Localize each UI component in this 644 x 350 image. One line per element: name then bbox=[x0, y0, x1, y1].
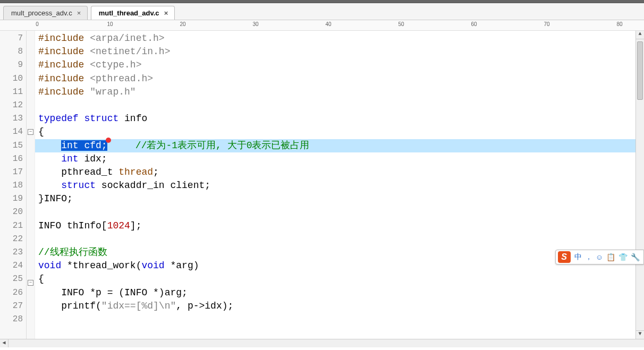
ime-toolbar[interactable]: S 中 ， ☺ 📋 👕 🔧 bbox=[555, 250, 644, 264]
code-line[interactable]: #include <pthread.h> bbox=[35, 72, 635, 86]
tab-mult-process[interactable]: mult_process_adv.c × bbox=[3, 6, 88, 20]
code-line[interactable]: pthread_t thread; bbox=[35, 166, 635, 179]
line-number: 25 bbox=[0, 272, 26, 286]
code-line[interactable]: #include <netinet/in.h> bbox=[35, 45, 635, 58]
scroll-track[interactable] bbox=[636, 39, 644, 330]
ruler-mark: 80 bbox=[616, 21, 622, 27]
code-line[interactable]: int idx; bbox=[35, 152, 635, 166]
scroll-down-icon[interactable]: ▼ bbox=[636, 330, 644, 339]
ruler: 01020304050607080 bbox=[0, 20, 644, 31]
horizontal-scrollbar[interactable]: ◀ bbox=[0, 339, 644, 347]
line-number: 8 bbox=[0, 45, 26, 58]
code-line[interactable]: { bbox=[35, 272, 635, 286]
line-number-gutter: 7891011121314151617181920212223242526272… bbox=[0, 31, 27, 339]
ruler-mark: 70 bbox=[544, 21, 549, 27]
ime-logo-icon[interactable]: S bbox=[558, 251, 571, 263]
line-number: 10 bbox=[0, 72, 26, 86]
line-number: 19 bbox=[0, 192, 26, 206]
code-line[interactable] bbox=[35, 206, 635, 219]
ime-settings-button[interactable]: 🔧 bbox=[629, 251, 641, 263]
code-line[interactable] bbox=[35, 99, 635, 112]
fold-toggle-icon[interactable]: − bbox=[28, 280, 33, 286]
code-line[interactable]: #include <arpa/inet.h> bbox=[35, 32, 635, 45]
tab-label: mutl_thread_adv.c bbox=[99, 9, 159, 17]
code-line[interactable]: printf("idx==[%d]\n", p->idx); bbox=[35, 300, 635, 313]
ruler-mark: 20 bbox=[180, 21, 185, 27]
scroll-left-icon[interactable]: ◀ bbox=[0, 339, 9, 347]
code-line[interactable]: //线程执行函数 bbox=[35, 246, 635, 259]
code-line[interactable] bbox=[35, 313, 635, 326]
code-line[interactable] bbox=[35, 233, 635, 246]
line-number: 11 bbox=[0, 86, 26, 99]
tab-label: mult_process_adv.c bbox=[11, 9, 72, 17]
close-icon[interactable]: × bbox=[163, 10, 170, 17]
ruler-mark: 40 bbox=[325, 21, 331, 27]
code-line[interactable]: typedef struct info bbox=[35, 112, 635, 125]
tab-bar: mult_process_adv.c × mutl_thread_adv.c × bbox=[0, 3, 644, 20]
line-number: 13 bbox=[0, 112, 26, 125]
line-number: 17 bbox=[0, 166, 26, 179]
tab-mutl-thread[interactable]: mutl_thread_adv.c × bbox=[91, 6, 175, 20]
line-number: 15 bbox=[0, 139, 26, 152]
code-area[interactable]: #include <arpa/inet.h>#include <netinet/… bbox=[35, 31, 635, 339]
ruler-mark: 10 bbox=[107, 21, 113, 27]
ime-lang-button[interactable]: 中 bbox=[573, 251, 583, 263]
ruler-mark: 60 bbox=[471, 21, 477, 27]
editor: 7891011121314151617181920212223242526272… bbox=[0, 31, 644, 339]
caret-icon bbox=[106, 138, 111, 143]
close-icon[interactable]: × bbox=[75, 10, 83, 17]
line-number: 22 bbox=[0, 233, 26, 246]
code-line[interactable]: int cfd; //若为-1表示可用, 大于0表示已被占用 bbox=[35, 139, 635, 152]
ruler-mark: 0 bbox=[36, 21, 39, 27]
code-line[interactable]: { bbox=[35, 125, 635, 139]
selection: int cfd; bbox=[61, 140, 107, 151]
line-number: 27 bbox=[0, 300, 26, 313]
code-line[interactable]: INFO thInfo[1024]; bbox=[35, 219, 635, 233]
line-number: 9 bbox=[0, 58, 26, 72]
scroll-track[interactable] bbox=[9, 339, 644, 347]
line-number: 20 bbox=[0, 206, 26, 219]
line-number: 16 bbox=[0, 152, 26, 166]
ime-clipboard-button[interactable]: 📋 bbox=[605, 251, 617, 263]
ruler-mark: 30 bbox=[252, 21, 258, 27]
line-number: 21 bbox=[0, 219, 26, 233]
line-number: 26 bbox=[0, 286, 26, 300]
scroll-thumb[interactable] bbox=[637, 41, 643, 100]
ime-emoji-button[interactable]: ☺ bbox=[594, 251, 605, 263]
line-number: 18 bbox=[0, 179, 26, 192]
line-number: 23 bbox=[0, 246, 26, 259]
fold-toggle-icon[interactable]: − bbox=[28, 129, 33, 135]
vertical-scrollbar[interactable]: ▲ ▼ bbox=[635, 31, 644, 339]
line-number: 7 bbox=[0, 32, 26, 45]
code-line[interactable]: #include <ctype.h> bbox=[35, 58, 635, 72]
code-line[interactable]: #include "wrap.h" bbox=[35, 86, 635, 99]
code-line[interactable]: INFO *p = (INFO *)arg; bbox=[35, 286, 635, 300]
line-number: 12 bbox=[0, 99, 26, 112]
ime-punct-button[interactable]: ， bbox=[583, 251, 594, 263]
scroll-up-icon[interactable]: ▲ bbox=[636, 31, 644, 39]
code-line[interactable]: struct sockaddr_in client; bbox=[35, 179, 635, 192]
line-number: 14 bbox=[0, 125, 26, 139]
line-number: 24 bbox=[0, 259, 26, 272]
code-line[interactable]: }INFO; bbox=[35, 192, 635, 206]
ime-skin-button[interactable]: 👕 bbox=[617, 251, 629, 263]
code-line[interactable]: void *thread_work(void *arg) bbox=[35, 259, 635, 272]
ruler-mark: 50 bbox=[398, 21, 404, 27]
line-number: 28 bbox=[0, 313, 26, 326]
fold-column: −− bbox=[27, 31, 35, 339]
